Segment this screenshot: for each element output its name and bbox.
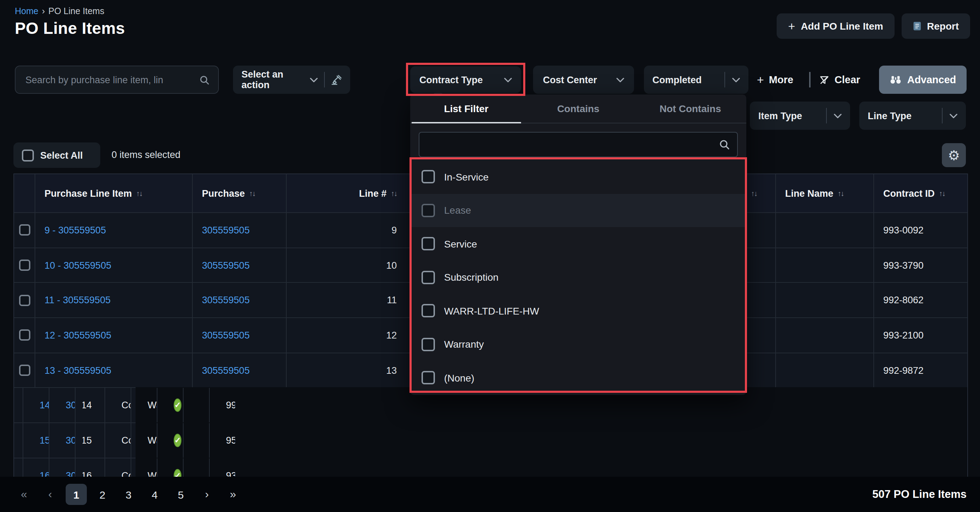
cost-center-filter-button[interactable]: Cost Center	[533, 66, 634, 94]
purchase-line-item-link[interactable]: 14 - 305559505	[40, 400, 49, 411]
binoculars-icon	[889, 76, 902, 84]
option-label: (None)	[444, 373, 474, 384]
tab-contains[interactable]: Contains	[522, 95, 634, 123]
select-all-label: Select All	[40, 150, 83, 160]
purchase-link[interactable]: 305559505	[66, 435, 76, 446]
line-name-cell	[776, 213, 874, 247]
purchase-line-item-link[interactable]: 13 - 305559505	[45, 365, 111, 376]
column-settings-button[interactable]: ⚙	[942, 143, 966, 167]
tab-list-filter[interactable]: List Filter	[410, 95, 522, 123]
select-action-dropdown[interactable]: Select an action	[233, 66, 350, 94]
contract-type-label: Contract Type	[419, 75, 483, 85]
search-box[interactable]	[15, 66, 219, 94]
option-checkbox[interactable]	[422, 237, 435, 251]
sort-icon[interactable]: ↑↓	[136, 189, 142, 198]
gavel-icon[interactable]	[331, 75, 342, 85]
filter-options-list: In-Service Lease Service Subscription WA…	[410, 160, 746, 395]
total-count: 507 PO Line Items	[872, 488, 967, 501]
sort-icon[interactable]: ↑↓	[751, 189, 757, 198]
breadcrumb-home-link[interactable]: Home	[15, 6, 38, 16]
filter-option[interactable]: Subscription	[410, 261, 746, 294]
page-button[interactable]: 2	[92, 484, 113, 505]
header-line-number[interactable]: Line # ↑↓	[286, 174, 410, 212]
search-input[interactable]	[24, 74, 199, 86]
table-row: 14 - 305559505 305559505 14 Contract War…	[14, 388, 135, 422]
sort-icon[interactable]: ↑↓	[939, 189, 945, 198]
option-checkbox[interactable]	[422, 338, 435, 351]
sort-icon[interactable]: ↑↓	[838, 189, 844, 198]
header-purchase-line-item[interactable]: Purchase Line Item ↑↓	[35, 174, 193, 212]
completed-filter-button[interactable]: Completed	[644, 66, 748, 94]
option-checkbox[interactable]	[422, 204, 435, 217]
pagination-bar: « ‹ 1 2 3 4 5 › » 507 PO Line Items	[0, 477, 980, 512]
dropdown-search-box[interactable]	[419, 132, 738, 157]
row-checkbox[interactable]	[19, 330, 30, 341]
purchase-line-item-link[interactable]: 11 - 305559505	[45, 295, 110, 305]
select-all-button[interactable]: Select All	[13, 143, 100, 168]
filter-option[interactable]: WARR-LTD-LIFE-HW	[410, 294, 746, 328]
next-page-button[interactable]: ›	[196, 484, 218, 505]
sort-icon[interactable]: ↑↓	[249, 189, 255, 198]
report-button[interactable]: Report	[902, 13, 970, 39]
filter-option[interactable]: (None)	[410, 361, 746, 395]
tab-not-contains[interactable]: Not Contains	[635, 95, 746, 123]
more-label: More	[769, 74, 793, 85]
header-line-name[interactable]: Line Name ↑↓	[776, 174, 874, 212]
advanced-search-button[interactable]: Advanced	[879, 66, 967, 94]
filter-option[interactable]: Service	[410, 227, 746, 261]
filter-option[interactable]: In-Service	[410, 160, 746, 193]
purchase-link[interactable]: 305559505	[66, 400, 76, 411]
contract-id-cell: 993-3790	[874, 248, 967, 282]
row-checkbox[interactable]	[19, 295, 30, 306]
filter-option[interactable]: Warranty	[410, 328, 746, 361]
row-checkbox[interactable]	[19, 260, 30, 271]
row-checkbox[interactable]	[19, 225, 30, 236]
filter-option[interactable]: Lease	[410, 193, 746, 227]
select-all-checkbox[interactable]	[22, 149, 34, 161]
contract-type-filter-button[interactable]: Contract Type	[410, 66, 521, 93]
dropdown-search-input[interactable]	[426, 139, 719, 151]
table-row: 15 - 305559505 305559505 15 Contract War…	[14, 422, 135, 457]
option-label: Lease	[444, 205, 471, 216]
row-checkbox[interactable]	[19, 365, 30, 376]
purchase-line-item-link[interactable]: 10 - 305559505	[45, 260, 111, 271]
add-po-line-item-button[interactable]: + Add PO Line Item	[777, 13, 894, 39]
page-button[interactable]: 4	[144, 484, 165, 505]
plus-icon: +	[788, 20, 795, 32]
option-checkbox[interactable]	[422, 170, 435, 184]
page-title: PO Line Items	[15, 19, 125, 38]
page-button[interactable]: 1	[66, 484, 87, 505]
header-contract-id[interactable]: Contract ID ↑↓	[874, 174, 967, 212]
purchase-link[interactable]: 305559505	[202, 365, 250, 376]
first-page-button[interactable]: «	[13, 484, 35, 505]
line-number-cell: 12	[286, 318, 410, 352]
row-checkbox[interactable]	[22, 400, 23, 411]
sort-icon[interactable]: ↑↓	[391, 189, 397, 198]
option-checkbox[interactable]	[422, 304, 435, 318]
clear-filters-button[interactable]: Clear	[819, 66, 860, 94]
divider	[942, 108, 943, 124]
option-checkbox[interactable]	[422, 271, 435, 284]
item-type-filter-button[interactable]: Item Type	[750, 101, 850, 130]
page-button[interactable]: 5	[170, 484, 191, 505]
line-type-filter-button[interactable]: Line Type	[859, 101, 966, 130]
line-name-cell	[191, 423, 210, 457]
option-checkbox[interactable]	[422, 371, 435, 385]
more-filters-button[interactable]: + More	[757, 66, 793, 94]
contract-id-cell: 993-0092	[874, 213, 967, 247]
purchase-link[interactable]: 305559505	[202, 330, 250, 341]
purchase-line-item-link[interactable]: 15 - 305559505	[40, 435, 49, 446]
purchase-line-item-link[interactable]: 9 - 305559505	[45, 225, 106, 236]
header-purchase[interactable]: Purchase ↑↓	[193, 174, 286, 212]
purchase-link[interactable]: 305559505	[202, 260, 250, 271]
purchase-link[interactable]: 305559505	[202, 295, 250, 305]
purchase-link[interactable]: 305559505	[202, 225, 250, 236]
chevron-down-icon	[950, 113, 958, 118]
row-checkbox[interactable]	[22, 435, 23, 446]
purchase-line-item-link[interactable]: 12 - 305559505	[45, 330, 111, 341]
prev-page-button[interactable]: ‹	[40, 484, 61, 505]
page-button[interactable]: 3	[118, 484, 139, 505]
last-page-button[interactable]: »	[223, 484, 243, 505]
option-label: WARR-LTD-LIFE-HW	[444, 305, 539, 317]
chevron-down-icon	[616, 77, 624, 82]
